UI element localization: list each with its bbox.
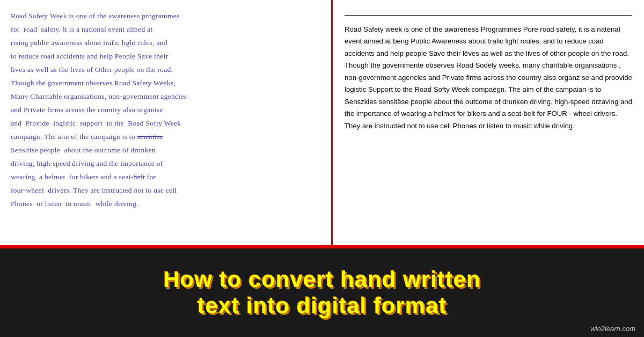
bottom-title-line1: How to convert hand written: [163, 267, 481, 292]
bottom-section: How to convert hand written text into di…: [0, 248, 644, 337]
strikethrough-belt: belt: [134, 173, 145, 181]
top-section: Road Safety Week is one of the awareness…: [0, 0, 644, 248]
main-container: Road Safety Week is one of the awareness…: [0, 0, 644, 337]
handwritten-panel: Road Safety Week is one of the awareness…: [0, 0, 333, 245]
watermark: win2learn.com: [590, 325, 635, 333]
typed-text: Road Safety week is one of the awareness…: [345, 24, 632, 132]
bottom-title-line2: text into digital format: [197, 293, 447, 319]
strikethrough-text: sensitise: [137, 133, 163, 141]
typed-panel: Road Safety week is one of the awareness…: [333, 0, 644, 245]
typed-panel-divider: [345, 15, 632, 16]
handwritten-text: Road Safety Week is one of the awareness…: [11, 10, 187, 211]
